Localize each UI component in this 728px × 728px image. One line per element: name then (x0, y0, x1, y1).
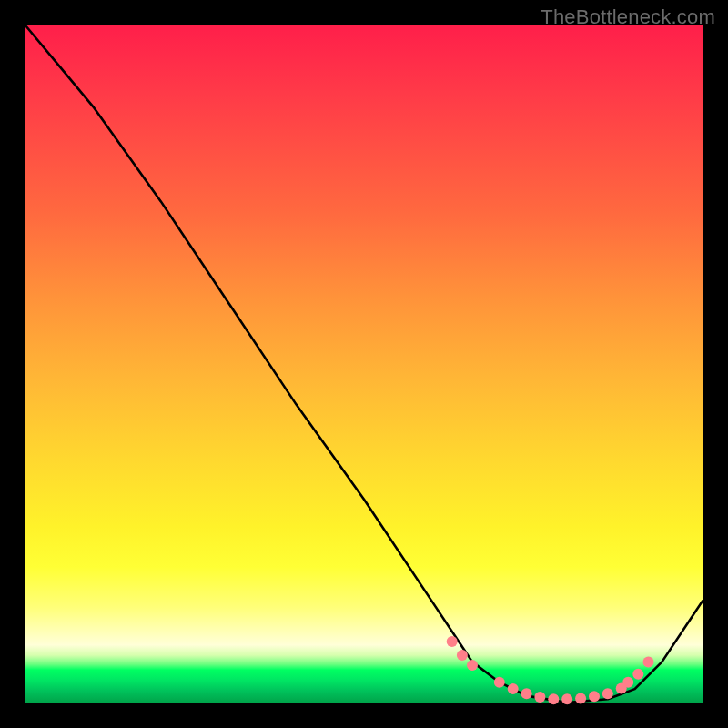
highlight-dot (467, 660, 478, 671)
highlight-dot (548, 693, 559, 704)
chart-frame: TheBottleneck.com (0, 0, 728, 728)
highlight-dot (447, 636, 458, 647)
highlight-dot (643, 656, 654, 667)
highlight-dot (622, 677, 633, 688)
highlight-dot (494, 677, 505, 688)
bottleneck-curve (25, 25, 703, 703)
watermark-text: TheBottleneck.com (541, 5, 715, 29)
highlight-dot (521, 688, 532, 699)
highlight-dot (561, 693, 572, 704)
highlight-dot (508, 683, 519, 694)
highlight-dot (575, 693, 586, 704)
highlight-dot (457, 650, 468, 661)
highlight-dot (602, 688, 613, 699)
curve-svg (25, 25, 703, 703)
plot-area (25, 25, 703, 703)
highlight-dot (589, 691, 600, 702)
highlight-dot (534, 692, 545, 703)
highlight-dot (632, 669, 643, 680)
